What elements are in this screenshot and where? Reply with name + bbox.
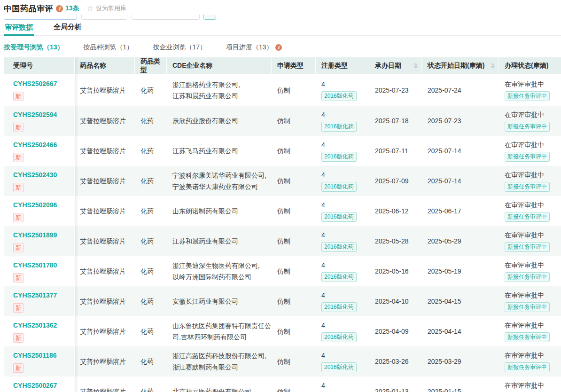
record-count: 13条 — [65, 4, 79, 13]
registration-type-cell: 4 2016版化药 — [316, 196, 369, 226]
cde-company-name: 以岭万洲国际制药有限公司 — [172, 271, 251, 282]
table-body: CYHS2502667 新 艾普拉唑肠溶片 化药 浙江皓格药业有限公司,江苏和晨… — [4, 74, 561, 392]
acceptance-number-link[interactable]: CYHS2501362 — [13, 321, 57, 330]
info-icon[interactable]: i — [56, 5, 63, 12]
tab-review-data[interactable]: 审评数据 — [4, 20, 34, 36]
application-type-cell: 仿制 — [272, 106, 316, 136]
subtab-by-variety[interactable]: 按品种浏览（1） — [84, 43, 133, 52]
drug-type: 化药 — [140, 176, 154, 186]
column-header[interactable]: 承办日期 — [369, 57, 422, 74]
filter-input-2[interactable] — [81, 15, 127, 20]
accept-date-cell: 2025-04-10 — [369, 286, 422, 316]
handling-status-cell: 在审评审批中 新报任务审评中 — [499, 166, 561, 196]
drug-name-cell: 艾普拉唑肠溶片 — [74, 286, 135, 316]
handling-status-cell: 在审评审批中 新报任务审评中 — [499, 286, 561, 316]
acceptance-number-link[interactable]: CYHS2502594 — [13, 110, 57, 119]
info-icon[interactable]: i — [275, 44, 282, 51]
application-type: 仿制 — [277, 357, 290, 366]
filter-button[interactable] — [203, 15, 216, 20]
column-header[interactable]: 办理状态(摩熵) — [499, 57, 561, 74]
acceptance-number-link[interactable]: CYHS2502096 — [13, 200, 57, 210]
handling-status-badge: 新报任务审评中 — [505, 152, 550, 162]
acceptance-number-link[interactable]: CYHS2501377 — [13, 290, 57, 300]
application-type: 仿制 — [277, 116, 290, 125]
acceptance-number-link[interactable]: CYHS2502466 — [13, 140, 57, 149]
cde-company-cell: 辰欣药业股份有限公司 — [167, 106, 272, 136]
sort-carets-icon[interactable] — [491, 63, 495, 69]
cde-company-cell: 江苏飞马药业有限公司 — [167, 136, 272, 166]
acceptance-number-link[interactable]: CYHS2501186 — [13, 351, 57, 360]
registration-type-cell: 4 2016版化药 — [316, 166, 369, 196]
status-start-date: 2025-07-24 — [428, 86, 461, 95]
acceptance-number-link[interactable]: CYHS2502430 — [13, 170, 57, 180]
new-badge: 新 — [13, 123, 23, 132]
drug-name-cell: 艾普拉唑肠溶片 — [74, 106, 135, 136]
status-start-date-cell: 2025-04-15 — [422, 286, 499, 316]
handling-status-cell: 在审评审批中 新报任务审评中 — [499, 346, 561, 376]
handling-status: 在审评审批中 — [505, 351, 544, 360]
column-header[interactable]: 状态开始日期(摩熵) — [422, 57, 499, 74]
tab-global-analysis[interactable]: 全局分析 — [53, 20, 83, 35]
handling-status: 在审评审批中 — [505, 200, 544, 210]
status-start-date-cell: 2025-01-15 — [422, 376, 499, 392]
drug-name: 艾普拉唑肠溶片 — [80, 116, 126, 125]
sort-carets-icon[interactable] — [414, 63, 418, 69]
page-title: 中国药品审评 — [4, 3, 53, 14]
accept-date: 2025-04-09 — [375, 327, 409, 336]
new-badge: 新 — [13, 92, 23, 101]
acceptance-number-link[interactable]: CYHS2500267 — [13, 381, 57, 390]
column-header-label: 受理号 — [13, 62, 33, 70]
drug-type: 化药 — [140, 387, 154, 392]
subtab-project-progress[interactable]: 项目进度（13） i — [226, 43, 282, 52]
drug-type-cell: 化药 — [135, 286, 167, 316]
subtab-by-acceptance-number[interactable]: 按受理号浏览（13） — [4, 43, 64, 52]
drug-type-cell: 化药 — [135, 316, 167, 346]
accept-date: 2025-05-16 — [375, 267, 409, 276]
filter-input-3[interactable] — [132, 15, 200, 20]
drug-type-cell: 化药 — [135, 74, 167, 106]
drug-name-cell: 艾普拉唑肠溶片 — [74, 226, 135, 256]
application-type: 仿制 — [277, 146, 290, 156]
status-start-date-cell: 2025-07-23 — [422, 106, 499, 136]
filter-inputs-row — [4, 14, 561, 20]
cde-company-name: 北京福元医药股份有限公司 — [172, 386, 251, 392]
status-start-date: 2025-04-15 — [428, 297, 461, 306]
drug-type-cell: 化药 — [135, 226, 167, 256]
filter-input-1[interactable] — [4, 15, 77, 20]
handling-status-cell: 在审评审批中 新报任务审评中 — [499, 136, 561, 166]
application-type-cell: 仿制 — [272, 346, 316, 376]
status-start-date: 2025-07-23 — [428, 116, 461, 125]
column-header: 药品类型 — [135, 57, 167, 74]
new-badge: 新 — [13, 243, 23, 252]
drug-name-cell: 艾普拉唑肠溶片 — [74, 74, 135, 106]
registration-badge: 2016版化药 — [321, 212, 357, 222]
handling-status: 在审评审批中 — [505, 260, 544, 270]
accept-date: 2025-04-10 — [375, 297, 409, 306]
accept-date-cell: 2025-07-23 — [369, 74, 422, 106]
acceptance-number-cell: CYHS2501377 新 — [4, 286, 74, 316]
subtab-by-company[interactable]: 按企业浏览（17） — [153, 43, 206, 52]
drug-name-cell: 艾普拉唑肠溶片 — [74, 346, 135, 376]
drug-type: 化药 — [140, 116, 154, 125]
registration-badge: 2016版化药 — [321, 152, 357, 162]
registration-type: 4 — [321, 351, 325, 360]
acceptance-number-link[interactable]: CYHS2501780 — [13, 260, 57, 270]
status-start-date-cell: 2025-05-29 — [422, 226, 499, 256]
application-type: 仿制 — [277, 86, 290, 95]
cde-company-cell: 山东鲁抗医药集团赛特有限责任公司,吉林四环制药有限公司 — [167, 316, 272, 346]
set-favorite-button[interactable]: ☆ 设为常用库 — [87, 4, 126, 13]
accept-date: 2025-05-28 — [375, 236, 409, 246]
acceptance-number-cell: CYHS2502667 新 — [4, 74, 74, 106]
table-row: CYHS2501899 新 艾普拉唑肠溶片 化药 江苏和晨药业有限公司 仿制 4… — [4, 226, 561, 256]
drug-type: 化药 — [140, 297, 154, 306]
registration-type-cell: 4 2016版化药 — [316, 256, 369, 286]
accept-date-cell: 2025-07-09 — [369, 166, 422, 196]
acceptance-number-link[interactable]: CYHS2502667 — [13, 79, 57, 88]
new-badge: 新 — [13, 363, 23, 373]
registration-badge: 2016版化药 — [321, 122, 357, 132]
application-type: 仿制 — [277, 387, 290, 392]
main-tabs: 审评数据 全局分析 — [0, 20, 561, 36]
table-row: CYHS2501362 新 艾普拉唑肠溶片 化药 山东鲁抗医药集团赛特有限责任公… — [4, 316, 561, 346]
drug-name: 艾普拉唑肠溶片 — [80, 206, 126, 216]
acceptance-number-link[interactable]: CYHS2501899 — [13, 230, 57, 240]
